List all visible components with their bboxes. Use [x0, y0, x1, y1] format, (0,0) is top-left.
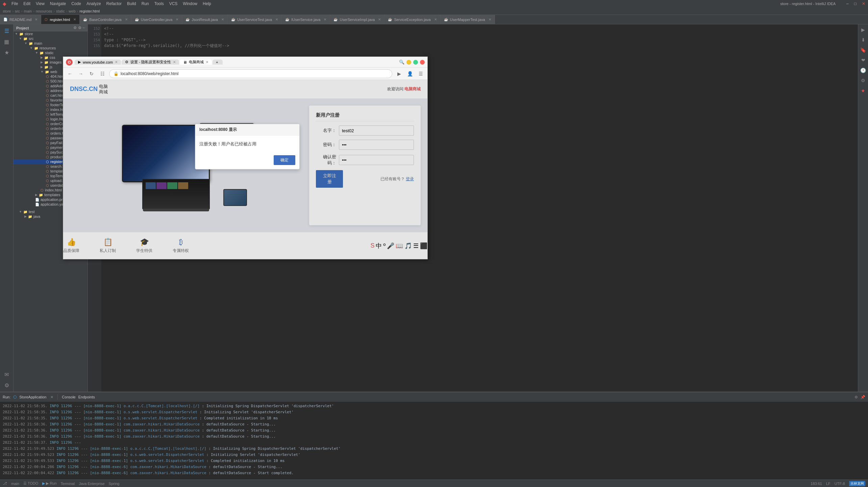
java-icon-6: ☕ [333, 18, 338, 21]
tab-close-ust[interactable]: ✕ [275, 18, 278, 21]
java-icon-2: ☕ [135, 18, 139, 21]
window-minimize[interactable]: – [846, 1, 849, 6]
right-panel-icon-6[interactable]: ⚙ [859, 76, 867, 85]
browser-maximize[interactable] [413, 60, 418, 65]
tab-youtube[interactable]: ▶ www.youtube.com ✕ [88, 60, 121, 65]
git-branch[interactable]: main [11, 482, 19, 486]
tab-service-exception[interactable]: ☕ ServiceException.java ✕ [385, 15, 440, 24]
status-bar: ⎇ main ☰ TODO ▶ ▶ Run Terminal Java Ente… [0, 480, 868, 487]
menu-run[interactable]: Run [142, 1, 149, 6]
view-grid-button[interactable]: ☷ [98, 70, 106, 78]
right-panel-icon-7[interactable]: ★ [859, 87, 867, 95]
menu-button[interactable]: ☰ [417, 70, 425, 78]
breadcrumb-resources[interactable]: resources [36, 9, 52, 13]
sync-icon[interactable]: ⚙ [73, 26, 77, 30]
tab-close-se[interactable]: ✕ [434, 18, 437, 21]
tab-close-jr[interactable]: ✕ [221, 18, 224, 21]
tab-close-uc[interactable]: ✕ [176, 18, 178, 21]
menu-refactor[interactable]: Refactor [106, 1, 122, 6]
user-button[interactable]: 👤 [406, 70, 414, 78]
shop-favicon: 🖥 [183, 60, 187, 64]
tab-iuser-service[interactable]: ☕ IUserService.java ✕ [282, 15, 330, 24]
tab-settings[interactable]: ⚙ 设置 - 隐私设置和安全性 ✕ [122, 60, 179, 65]
menu-analyze[interactable]: Analyze [86, 1, 101, 6]
spring-button[interactable]: Spring [109, 482, 120, 486]
run-status-button[interactable]: ▶ ▶ Run [42, 481, 56, 486]
tree-src[interactable]: ▼ 📁 src [14, 36, 88, 41]
dialog-message: 注册失败！用户名已经被占用 [195, 136, 299, 153]
todo-button[interactable]: ☰ TODO [23, 481, 38, 486]
right-panel-icon-3[interactable]: 🔖 [859, 46, 867, 54]
java-enterprise-button[interactable]: Java Enterprise [79, 482, 104, 486]
menu-edit[interactable]: Edit [23, 1, 30, 6]
tab-shop-close[interactable]: ✕ [206, 60, 208, 64]
browser-minimize[interactable] [406, 60, 411, 65]
tab-json-result[interactable]: ☕ JsonResult.java ✕ [182, 15, 228, 24]
menu-vcs[interactable]: VCS [169, 1, 178, 6]
tab-close-umt[interactable]: ✕ [489, 18, 491, 21]
refresh-button[interactable]: ↻ [88, 70, 96, 78]
structure-icon[interactable]: ▦ [2, 37, 12, 47]
collapse-icon[interactable]: − [83, 26, 85, 30]
menu-window[interactable]: Window [183, 1, 197, 6]
menu-navigate[interactable]: Navigate [50, 1, 66, 6]
panel-settings-icon[interactable]: ⚙ [854, 395, 858, 399]
settings-icon[interactable]: ⚙ [2, 380, 12, 390]
tree-main[interactable]: ▼ 📁 main [14, 41, 88, 46]
menu-help[interactable]: Help [203, 1, 211, 6]
endpoints-tab[interactable]: Endpoints [78, 395, 95, 399]
panel-pin-icon[interactable]: 📌 [861, 395, 865, 399]
run-x[interactable]: ✕ [50, 395, 53, 399]
window-restore[interactable]: □ [854, 1, 857, 6]
tree-static[interactable]: ▼ 📁 static [14, 50, 88, 55]
breadcrumb-store[interactable]: store [3, 9, 11, 13]
tree-resources[interactable]: ▼ 📁 resources [14, 46, 88, 50]
notifications-icon[interactable]: ✉ [2, 369, 12, 379]
console-tab[interactable]: Console [62, 395, 75, 399]
menu-view[interactable]: View [36, 1, 45, 6]
breadcrumb-file[interactable]: register.html [79, 9, 100, 13]
search-icon[interactable]: 🔍 [399, 60, 404, 65]
terminal-button[interactable]: Terminal [61, 482, 75, 486]
window-close[interactable]: ✕ [862, 1, 865, 6]
tab-settings-close[interactable]: ✕ [173, 60, 176, 64]
tab-close-base[interactable]: ✕ [125, 18, 128, 21]
tab-user-mapper-test[interactable]: ☕ UserMapperTest.java ✕ [441, 15, 495, 24]
right-panel-icon-1[interactable]: ▶ [859, 26, 867, 34]
breadcrumb-src[interactable]: src [15, 9, 20, 13]
breadcrumb-main[interactable]: main [24, 9, 32, 13]
java-icon-4: ☕ [231, 18, 235, 21]
tab-register-html[interactable]: ⬡ register.html ✕ [41, 15, 80, 24]
menu-code[interactable]: Code [71, 1, 81, 6]
tab-readme[interactable]: 📄 README.md ✕ [0, 15, 41, 24]
dialog-ok-button[interactable]: 确定 [274, 155, 295, 165]
right-panel-icon-4[interactable]: ❤ [859, 56, 867, 64]
tab-new[interactable]: + [213, 60, 223, 65]
menu-tools[interactable]: Tools [154, 1, 164, 6]
tab-user-service-test[interactable]: ☕ UserServiceTest.java ✕ [228, 15, 282, 24]
menu-file[interactable]: File [11, 1, 18, 6]
tab-close-is[interactable]: ✕ [324, 18, 326, 21]
browser-close[interactable] [420, 60, 425, 65]
tree-store-root[interactable]: ▼ 📁 store [14, 31, 88, 36]
right-panel-icon-2[interactable]: ⬇ [859, 36, 867, 44]
tab-youtube-close[interactable]: ✕ [115, 60, 118, 64]
project-header: Project ⚙ ⚙ − [14, 24, 88, 31]
breadcrumb-static[interactable]: static [56, 9, 65, 13]
breadcrumb-web[interactable]: web [69, 9, 75, 13]
settings-favicon: ⚙ [125, 60, 128, 64]
project-view-icon[interactable]: ☰ [2, 26, 12, 36]
tab-user-service-impl[interactable]: ☕ UserServiceImpl.java ✕ [330, 15, 385, 24]
tab-user-controller[interactable]: ☕ UserController.java ✕ [131, 15, 182, 24]
right-panel-icon-5[interactable]: 🕐 [859, 66, 867, 74]
bookmark-icon[interactable]: ★ [2, 47, 12, 57]
menu-build[interactable]: Build [127, 1, 136, 6]
address-bar[interactable]: 🔒 localhost:8080/web/register.html [109, 69, 392, 78]
tab-close-usi[interactable]: ✕ [378, 18, 381, 21]
cast-button[interactable]: ▶ [395, 70, 403, 78]
tab-close-register[interactable]: ✕ [73, 18, 76, 21]
tab-close-readme[interactable]: ✕ [35, 18, 38, 21]
tab-shop[interactable]: 🖥 电脑商城 ✕ [180, 60, 212, 65]
gear-icon[interactable]: ⚙ [78, 26, 81, 30]
tab-base-controller[interactable]: ☕ BaseController.java ✕ [80, 15, 131, 24]
